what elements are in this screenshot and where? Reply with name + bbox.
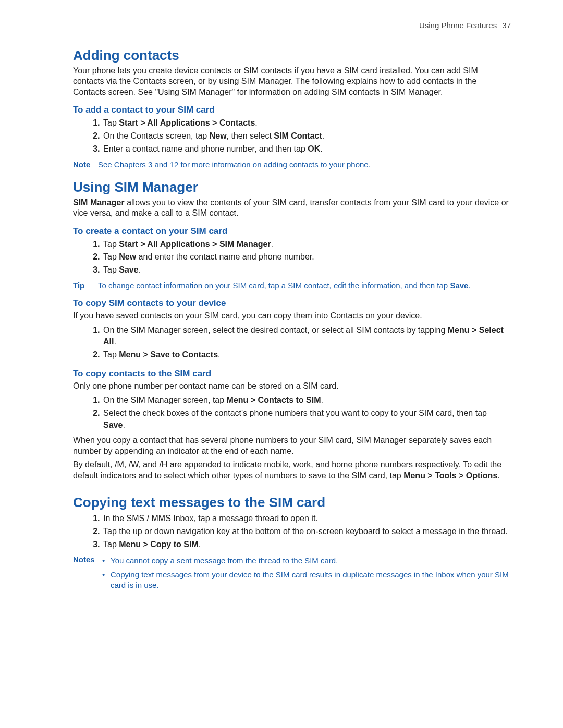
text: .	[321, 396, 323, 404]
path: Start > All Applications > SIM Manager	[119, 240, 271, 249]
step: Tap Menu > Copy to SIM.	[102, 539, 511, 551]
step: On the Contacts screen, tap New, then se…	[102, 130, 511, 142]
heading-using-sim-manager: Using SIM Manager	[73, 179, 511, 195]
heading-copy-sms-to-sim: Copying text messages to the SIM card	[73, 495, 511, 511]
note-text: See Chapters 3 and 12 for more informati…	[98, 159, 511, 170]
intro-sim-manager: SIM Manager allows you to view the conte…	[73, 198, 511, 219]
subheading-create-sim-contact: To create a contact on your SIM card	[73, 226, 511, 237]
steps-copy-sms-to-sim: In the SMS / MMS Inbox, tap a message th…	[73, 513, 511, 550]
text: .	[123, 421, 125, 429]
path: Start > All Applications > Contacts	[119, 118, 255, 127]
ui-label: OK	[308, 144, 320, 153]
steps-create-sim-contact: Tap Start > All Applications > SIM Manag…	[73, 239, 511, 276]
note-item: You cannot copy a sent message from the …	[102, 556, 511, 566]
step: Tap the up or down navigation key at the…	[102, 526, 511, 538]
text: .	[199, 540, 201, 549]
tip-text: To change contact information on your SI…	[98, 280, 511, 291]
text: allows you to view the contents of your …	[73, 198, 509, 217]
text: Tap	[103, 118, 119, 127]
subheading-copy-to-sim: To copy contacts to the SIM card	[73, 368, 511, 379]
path: Menu > Tools > Options	[403, 471, 497, 480]
text: Select the check boxes of the contact's …	[103, 409, 487, 417]
step: Tap Start > All Applications > SIM Manag…	[102, 239, 511, 251]
page-number: 37	[502, 21, 511, 30]
text: Tap	[103, 265, 119, 274]
step: Tap Save.	[102, 264, 511, 276]
path: Menu > Copy to SIM	[119, 540, 198, 549]
steps-copy-sim-to-device: On the SIM Manager screen, select the de…	[73, 325, 511, 361]
para-indicator-defaults: By default, /M, /W, and /H are appended …	[73, 460, 511, 481]
steps-add-sim-contact: Tap Start > All Applications > Contacts.…	[73, 117, 511, 155]
text: .	[468, 281, 470, 290]
path: Menu > Contacts to SIM	[227, 396, 321, 404]
ui-label: Save	[450, 281, 468, 290]
heading-adding-contacts: Adding contacts	[73, 47, 511, 64]
notes-label: Notes	[73, 554, 102, 594]
text: .	[271, 240, 273, 249]
text: .	[139, 265, 141, 274]
body-copy-to-sim: Only one phone number per contact name c…	[73, 381, 511, 391]
ui-label: New	[210, 131, 227, 140]
text: Tap	[103, 240, 119, 249]
text: .	[114, 337, 116, 346]
subheading-copy-sim-to-device: To copy SIM contacts to your device	[73, 298, 511, 309]
ui-label: Save	[103, 421, 123, 429]
step: Tap Menu > Save to Contacts.	[102, 349, 511, 361]
notes-body: You cannot copy a sent message from the …	[102, 554, 511, 594]
term: SIM Manager	[73, 198, 125, 207]
notes-copy-sms: Notes You cannot copy a sent message fro…	[73, 554, 511, 594]
text: Tap	[103, 540, 119, 549]
notes-list: You cannot copy a sent message from the …	[102, 556, 511, 590]
text: , then select	[227, 131, 274, 140]
text: On the SIM Manager screen, tap	[103, 396, 227, 404]
note-item: Copying text messages from your device t…	[102, 570, 511, 591]
body-copy-sim-to-device: If you have saved contacts on your SIM c…	[73, 311, 511, 321]
chapter-name: Using Phone Features	[419, 21, 497, 30]
text: Tap	[103, 350, 119, 359]
running-header: Using Phone Features 37	[73, 21, 511, 30]
ui-label: New	[119, 252, 136, 261]
text: .	[218, 350, 220, 359]
text: On the SIM Manager screen, select the de…	[103, 326, 448, 335]
tip-label: Tip	[73, 280, 98, 291]
note-label: Note	[73, 159, 98, 170]
step: On the SIM Manager screen, tap Menu > Co…	[102, 394, 511, 406]
step: Tap Start > All Applications > Contacts.	[102, 117, 511, 129]
text: .	[255, 118, 257, 127]
steps-copy-to-sim: On the SIM Manager screen, tap Menu > Co…	[73, 394, 511, 431]
ui-label: SIM Contact	[274, 131, 322, 140]
path: Menu > Save to Contacts	[119, 350, 218, 359]
note-add-contacts: Note See Chapters 3 and 12 for more info…	[73, 159, 511, 170]
text: .	[497, 471, 499, 480]
step: Tap New and enter the contact name and p…	[102, 251, 511, 263]
text: On the Contacts screen, tap	[103, 131, 210, 140]
step: Select the check boxes of the contact's …	[102, 408, 511, 431]
text: Tap	[103, 252, 119, 261]
manual-page: Using Phone Features 37 Adding contacts …	[0, 0, 563, 728]
ui-label: Save	[119, 265, 138, 274]
step: On the SIM Manager screen, select the de…	[102, 325, 511, 348]
text: Enter a contact name and phone number, a…	[103, 144, 308, 153]
tip-edit-sim-contact: Tip To change contact information on you…	[73, 280, 511, 291]
text: .	[320, 144, 322, 153]
text: and enter the contact name and phone num…	[136, 252, 314, 261]
step: In the SMS / MMS Inbox, tap a message th…	[102, 513, 511, 525]
step: Enter a contact name and phone number, a…	[102, 143, 511, 155]
para-multi-number-note: When you copy a contact that has several…	[73, 435, 511, 456]
subheading-add-sim-contact: To add a contact to your SIM card	[73, 105, 511, 115]
intro-adding-contacts: Your phone lets you create device contac…	[73, 66, 511, 97]
text: To change contact information on your SI…	[98, 281, 450, 290]
text: .	[322, 131, 324, 140]
